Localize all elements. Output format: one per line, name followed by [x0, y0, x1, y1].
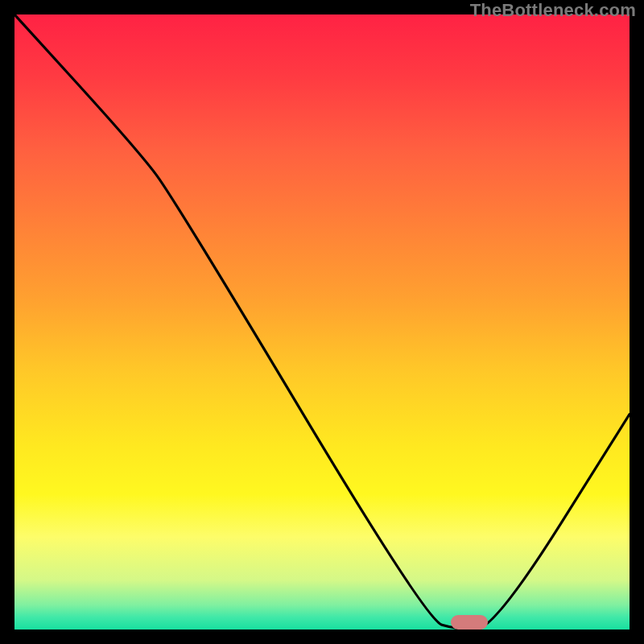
plot-area: [14, 14, 630, 630]
bottleneck-curve: [14, 14, 630, 630]
watermark-text: TheBottleneck.com: [470, 0, 636, 21]
optimal-range-marker: [451, 615, 488, 630]
chart-frame: TheBottleneck.com: [0, 0, 644, 644]
